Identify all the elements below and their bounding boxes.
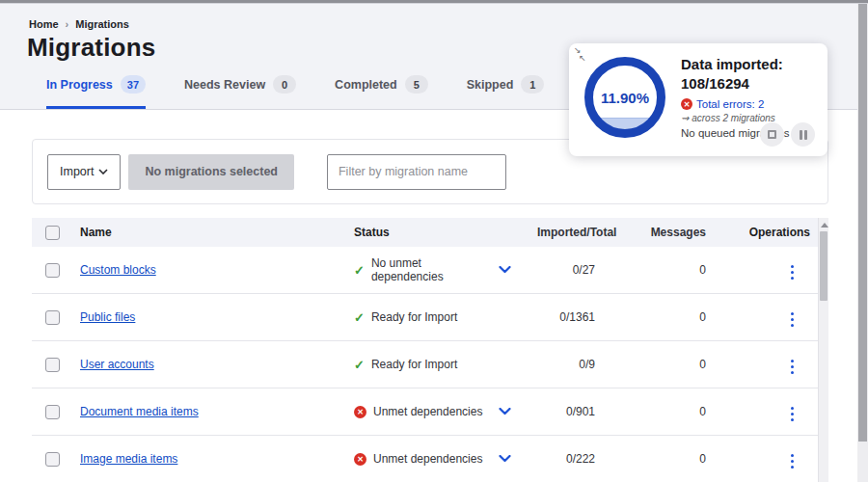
- imported-total-value: 0/222: [533, 452, 609, 466]
- stop-button[interactable]: [760, 122, 784, 147]
- status-text: Ready for Import: [371, 358, 457, 371]
- table-row: User accounts ✓ Ready for Import 0/9 0: [32, 341, 818, 388]
- table-row: Custom blocks ✓ No unmet dependencies 0/…: [32, 247, 818, 294]
- row-checkbox[interactable]: [45, 358, 60, 372]
- migration-name-link[interactable]: Image media items: [80, 452, 177, 466]
- row-checkbox[interactable]: [45, 263, 60, 278]
- table-row: Image media items ✕ Unmet dependencies 0…: [32, 436, 818, 482]
- progress-ring: 11.90%: [584, 57, 665, 138]
- status-text: Ready for Import: [371, 310, 457, 324]
- migration-status-card: ↘ ↖ 11.90% Data imported: 108/16294 ✕ To…: [569, 43, 827, 156]
- migrations-page: Home›Migrations Migrations In Progress 3…: [0, 0, 868, 482]
- header-messages: Messages: [609, 226, 719, 239]
- page-title: Migrations: [27, 33, 155, 63]
- select-all-checkbox[interactable]: [45, 226, 60, 240]
- data-imported-value: 108/16294: [681, 75, 749, 92]
- tab-label: Completed: [335, 78, 397, 92]
- stop-icon: [768, 130, 776, 139]
- total-errors-line: ✕ Total errors: 2: [681, 98, 822, 110]
- migration-name-link[interactable]: Public files: [80, 310, 135, 324]
- progress-percent: 11.90%: [601, 90, 649, 106]
- tab-label: Needs Review: [184, 78, 265, 92]
- chevron-down-icon: [98, 169, 108, 174]
- migration-name-link[interactable]: User accounts: [80, 358, 154, 371]
- tab-skipped[interactable]: Skipped 1: [467, 75, 545, 109]
- table-scrollbar-thumb[interactable]: [820, 231, 827, 301]
- status-text: Unmet dependencies: [373, 452, 482, 466]
- imported-total-value: 0/27: [533, 263, 609, 277]
- status-text: No unmet dependencies: [371, 256, 491, 283]
- no-migrations-selected-button: No migrations selected: [128, 154, 294, 190]
- pause-button[interactable]: [791, 122, 815, 147]
- breadcrumb: Home›Migrations: [29, 18, 129, 30]
- tab-label: Skipped: [467, 78, 514, 92]
- messages-count: 0: [609, 358, 719, 371]
- data-imported-heading: Data imported: 108/16294: [681, 55, 822, 94]
- header-operations: Operations: [719, 226, 818, 239]
- status-text: Unmet dependencies: [373, 405, 482, 418]
- status-icon: ✕: [354, 406, 366, 418]
- row-checkbox[interactable]: [45, 452, 60, 467]
- expand-chevron-icon[interactable]: [499, 455, 511, 463]
- tab-count-badge: 0: [273, 75, 296, 94]
- breadcrumb-home-link[interactable]: Home: [29, 18, 59, 30]
- pause-icon: [800, 130, 807, 140]
- tab-in-progress[interactable]: In Progress 37: [46, 75, 146, 109]
- status-icon: ✓: [354, 310, 365, 325]
- collapse-icon[interactable]: ↘ ↖: [574, 46, 591, 64]
- messages-count: 0: [609, 405, 719, 418]
- messages-count: 0: [609, 263, 719, 277]
- messages-count: 0: [609, 452, 719, 466]
- tab-completed[interactable]: Completed 5: [335, 75, 428, 109]
- status-icon: ✓: [354, 263, 365, 278]
- table-row: Public files ✓ Ready for Import 0/1361 0: [32, 294, 818, 341]
- expand-chevron-icon[interactable]: [499, 408, 511, 415]
- header-imported-total: Imported/Total: [533, 226, 609, 239]
- messages-count: 0: [609, 310, 719, 324]
- window-top-strip-edge: [0, 3, 868, 4]
- page-scrollbar[interactable]: [857, 4, 868, 482]
- breadcrumb-separator: ›: [66, 18, 69, 30]
- tab-count-badge: 37: [121, 75, 146, 94]
- error-icon: ✕: [681, 98, 692, 110]
- operations-kebab-icon[interactable]: [788, 451, 798, 472]
- scroll-up-arrow-icon[interactable]: [821, 223, 828, 228]
- migration-name-link[interactable]: Custom blocks: [80, 263, 156, 277]
- filter-migration-input[interactable]: [327, 154, 506, 190]
- migration-name-link[interactable]: Document media items: [80, 405, 199, 418]
- status-icon: ✕: [354, 453, 366, 466]
- table-header-row: Name Status Imported/Total Messages Oper…: [32, 218, 818, 247]
- header-name: Name: [70, 226, 350, 239]
- tab-label: In Progress: [46, 78, 113, 92]
- breadcrumb-current-link[interactable]: Migrations: [75, 18, 129, 30]
- tab-count-badge: 5: [405, 75, 428, 94]
- table-scrollbar[interactable]: [818, 218, 828, 482]
- tab-count-badge: 1: [521, 75, 544, 94]
- status-icon: ✓: [354, 358, 365, 372]
- expand-chevron-icon[interactable]: [499, 266, 511, 274]
- across-arrow-icon: ⇝: [681, 113, 689, 123]
- table-body: Custom blocks ✓ No unmet dependencies 0/…: [32, 247, 818, 482]
- imported-total-value: 0/9: [533, 358, 609, 371]
- migrations-table: Name Status Imported/Total Messages Oper…: [32, 218, 828, 482]
- total-errors-link[interactable]: Total errors: 2: [696, 98, 764, 110]
- row-checkbox[interactable]: [45, 405, 60, 419]
- operations-kebab-icon[interactable]: [788, 309, 798, 331]
- operations-kebab-icon[interactable]: [788, 404, 798, 425]
- operations-kebab-icon[interactable]: [788, 357, 798, 378]
- row-checkbox[interactable]: [45, 310, 60, 325]
- imported-total-value: 0/1361: [533, 310, 609, 324]
- tab-needs-review[interactable]: Needs Review 0: [184, 75, 296, 109]
- header-status: Status: [350, 226, 495, 239]
- operations-kebab-icon[interactable]: [788, 262, 798, 283]
- tabs: In Progress 37 Needs Review 0 Completed …: [46, 75, 659, 109]
- page-scrollbar-thumb[interactable]: [858, 4, 867, 442]
- imported-total-value: 0/901: [533, 405, 609, 418]
- import-dropdown-button[interactable]: Import: [47, 154, 121, 190]
- table-row: Document media items ✕ Unmet dependencie…: [32, 388, 818, 436]
